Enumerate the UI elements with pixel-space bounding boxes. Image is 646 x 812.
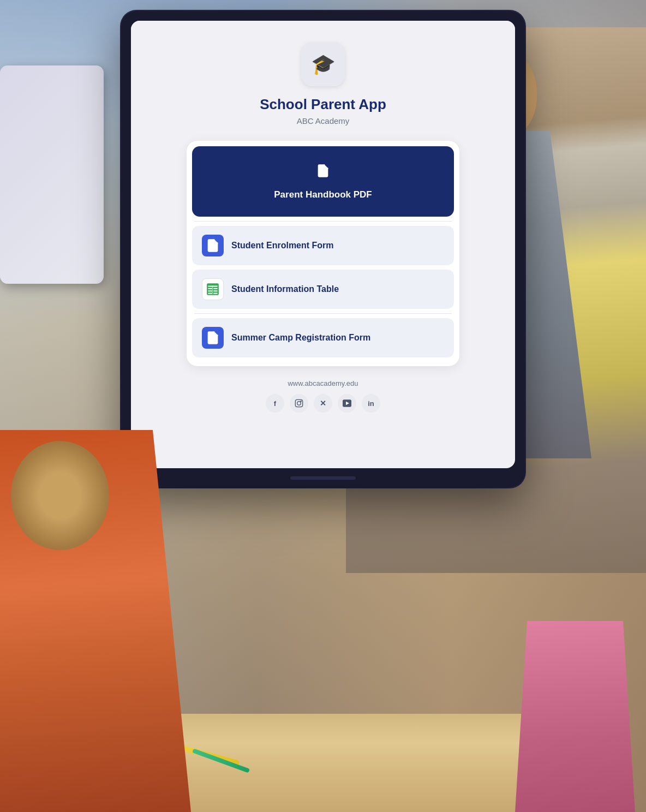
linkedin-icon[interactable]: in: [362, 394, 380, 413]
footer: www.abcacademy.edu f ✕: [266, 379, 380, 413]
cards-container: Parent Handbook PDF: [187, 141, 459, 366]
graduation-cap-icon: 🎓: [311, 53, 336, 76]
app-screen: 🎓 School Parent App ABC Academy: [131, 21, 515, 468]
svg-point-17: [301, 401, 301, 402]
parent-handbook-card[interactable]: Parent Handbook PDF: [192, 146, 454, 217]
summer-camp-form-item[interactable]: Summer Camp Registration Form: [192, 318, 454, 357]
info-table-icon: [202, 278, 224, 300]
divider-2: [194, 313, 452, 314]
instagram-icon[interactable]: [290, 394, 308, 413]
student-information-table-item[interactable]: Student Information Table: [192, 270, 454, 309]
parent-handbook-label: Parent Handbook PDF: [274, 189, 372, 200]
camp-form-icon: [202, 327, 224, 349]
enrolment-form-icon: [202, 235, 224, 256]
app-subtitle: ABC Academy: [297, 116, 350, 126]
svg-rect-15: [295, 399, 302, 407]
monitor-body: 🎓 School Parent App ABC Academy: [121, 11, 525, 487]
svg-rect-7: [213, 288, 218, 289]
svg-point-16: [297, 402, 301, 405]
app-title: School Parent App: [260, 96, 386, 113]
twitter-x-icon[interactable]: ✕: [314, 394, 332, 413]
enrolment-form-label: Student Enrolment Form: [231, 241, 334, 250]
background-monitor-left: [0, 65, 104, 284]
monitor-frame: 🎓 School Parent App ABC Academy: [121, 11, 525, 487]
monitor-indicator: [290, 476, 356, 480]
student-enrolment-form-item[interactable]: Student Enrolment Form: [192, 226, 454, 265]
footer-url: www.abcacademy.edu: [288, 379, 358, 387]
app-content-area: 🎓 School Parent App ABC Academy: [131, 21, 515, 429]
pdf-document-icon: [315, 163, 331, 183]
svg-rect-9: [213, 290, 218, 291]
student-left-head: [11, 441, 109, 550]
youtube-icon[interactable]: [338, 394, 356, 413]
svg-rect-6: [208, 288, 212, 289]
info-table-label: Student Information Table: [231, 284, 339, 294]
svg-rect-10: [208, 293, 212, 294]
app-icon-container: 🎓: [301, 43, 345, 86]
svg-rect-5: [208, 286, 217, 287]
divider-1: [194, 221, 452, 222]
svg-rect-8: [208, 290, 212, 291]
social-icons-row: f ✕: [266, 394, 380, 413]
camp-form-label: Summer Camp Registration Form: [231, 333, 370, 343]
student-right-figure: [515, 621, 635, 812]
monitor-bezel: [131, 468, 515, 487]
facebook-icon[interactable]: f: [266, 394, 284, 413]
svg-rect-11: [213, 293, 218, 294]
